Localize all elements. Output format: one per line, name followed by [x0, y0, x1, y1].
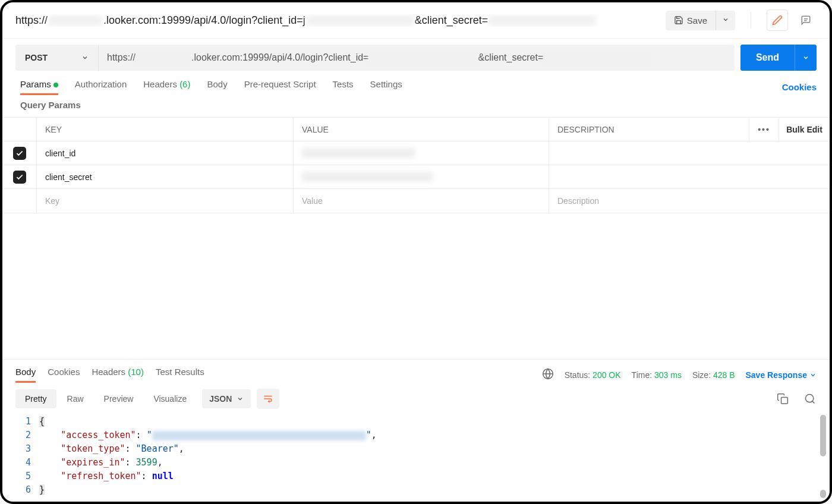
search-response-button[interactable]: [803, 392, 817, 405]
save-label: Save: [687, 15, 707, 26]
col-key-header: KEY: [37, 118, 294, 141]
view-pretty[interactable]: Pretty: [15, 389, 56, 408]
param-key-input[interactable]: client_secret: [37, 165, 294, 188]
url-part: .looker.com:19999/api/4.0/login?client_i…: [103, 14, 305, 27]
param-value-input[interactable]: [294, 165, 549, 188]
view-preview[interactable]: Preview: [94, 389, 143, 408]
redacted-text: [49, 15, 102, 26]
scrollbar-thumb[interactable]: [820, 490, 826, 498]
tab-settings[interactable]: Settings: [370, 79, 402, 95]
tab-tests[interactable]: Tests: [333, 79, 354, 95]
response-tab-body[interactable]: Body: [15, 367, 36, 383]
redacted-text: [370, 53, 477, 63]
param-key-input[interactable]: Key: [37, 189, 294, 213]
status-label: Status: 200 OK: [565, 370, 621, 380]
query-params-label: Query Params: [2, 95, 830, 115]
tab-prerequest-script[interactable]: Pre-request Script: [244, 79, 316, 95]
wrap-icon: [262, 393, 274, 404]
save-icon: [674, 15, 683, 25]
redacted-text: [302, 172, 433, 182]
scrollbar-thumb[interactable]: [820, 415, 826, 456]
save-response-label: Save Response: [746, 370, 808, 380]
chevron-down-icon: [802, 54, 809, 61]
save-button[interactable]: Save: [666, 11, 716, 30]
copy-response-button[interactable]: [776, 392, 789, 405]
comment-button[interactable]: [795, 10, 817, 31]
table-column-options[interactable]: •••: [749, 118, 779, 141]
chevron-down-icon: [81, 54, 89, 61]
param-key-input[interactable]: client_id: [37, 141, 294, 165]
table-row-empty: Key Value Description: [2, 189, 830, 213]
svg-point-6: [806, 395, 814, 402]
table-row: client_secret: [2, 165, 830, 189]
code-content: { "access_token": "", "token_type": "Bea…: [39, 415, 377, 497]
wrap-lines-button[interactable]: [257, 389, 279, 409]
params-modified-indicator: [53, 83, 58, 87]
network-icon[interactable]: [542, 368, 554, 382]
size-value: 428 B: [713, 370, 735, 380]
table-header-row: KEY VALUE DESCRIPTION ••• Bulk Edit: [2, 118, 830, 141]
response-tab-cookies[interactable]: Cookies: [48, 367, 80, 383]
redacted-text: [137, 53, 190, 63]
redacted-text: [544, 53, 651, 63]
url-part: https://: [107, 52, 135, 63]
send-button[interactable]: Send: [740, 45, 795, 71]
edit-button[interactable]: [767, 10, 788, 31]
save-options-button[interactable]: [716, 11, 735, 30]
request-title-url: https://.looker.com:19999/api/4.0/login?…: [15, 14, 658, 27]
http-method-select[interactable]: POST: [15, 45, 99, 71]
url-part: &client_secret=: [478, 52, 543, 63]
view-raw[interactable]: Raw: [58, 389, 93, 408]
tab-label: Headers: [92, 367, 125, 377]
col-value-header: VALUE: [294, 118, 549, 141]
svg-rect-5: [781, 398, 788, 404]
divider: [751, 12, 751, 29]
query-params-table: KEY VALUE DESCRIPTION ••• Bulk Edit clie…: [2, 117, 830, 213]
param-value-input[interactable]: [294, 141, 549, 165]
url-part: .looker.com:19999/api/4.0/login?client_i…: [191, 52, 368, 63]
pencil-icon: [772, 15, 783, 26]
send-options-button[interactable]: [795, 45, 817, 71]
time-value: 303 ms: [654, 370, 682, 380]
redacted-text: [307, 15, 414, 26]
language-label: JSON: [209, 394, 232, 404]
language-select[interactable]: JSON: [202, 389, 251, 408]
param-value-input[interactable]: Value: [294, 189, 549, 213]
tab-body[interactable]: Body: [207, 79, 227, 95]
view-visualize[interactable]: Visualize: [144, 389, 196, 408]
redacted-text: [489, 15, 596, 26]
response-tab-headers[interactable]: Headers (10): [92, 367, 144, 383]
param-enabled-checkbox[interactable]: [13, 147, 26, 160]
tab-headers[interactable]: Headers (6): [143, 79, 190, 95]
chevron-down-icon: [722, 16, 729, 23]
line-gutter: 123456: [15, 415, 39, 497]
response-tab-test-results[interactable]: Test Results: [156, 367, 204, 383]
headers-count: (6): [179, 79, 190, 89]
request-url-input[interactable]: https://.looker.com:19999/api/4.0/login?…: [99, 45, 735, 71]
chevron-down-icon: [809, 371, 817, 379]
url-part: &client_secret=: [415, 14, 489, 27]
tab-params[interactable]: Params: [20, 79, 58, 95]
chevron-down-icon: [237, 395, 244, 402]
cookies-link[interactable]: Cookies: [782, 82, 817, 92]
method-label: POST: [25, 53, 48, 62]
tab-authorization[interactable]: Authorization: [75, 79, 127, 95]
size-label: Size: 428 B: [692, 370, 735, 380]
status-value: 200 OK: [593, 370, 620, 380]
param-desc-input[interactable]: Description: [549, 189, 830, 213]
time-label: Time: 303 ms: [632, 370, 682, 380]
comment-icon: [801, 15, 811, 26]
param-desc-input[interactable]: [549, 141, 830, 165]
save-response-button[interactable]: Save Response: [746, 370, 817, 380]
redacted-text: [152, 431, 366, 440]
col-check-header: [2, 118, 37, 141]
param-desc-input[interactable]: [549, 165, 830, 188]
col-check-empty: [2, 189, 37, 213]
tab-label: Headers: [143, 79, 177, 89]
bulk-edit-button[interactable]: Bulk Edit: [779, 118, 830, 141]
response-body-editor[interactable]: 123456 { "access_token": "", "token_type…: [2, 415, 830, 502]
tab-label: Params: [20, 79, 51, 89]
svg-line-7: [812, 401, 815, 404]
param-enabled-checkbox[interactable]: [13, 171, 26, 184]
redacted-text: [302, 148, 415, 158]
